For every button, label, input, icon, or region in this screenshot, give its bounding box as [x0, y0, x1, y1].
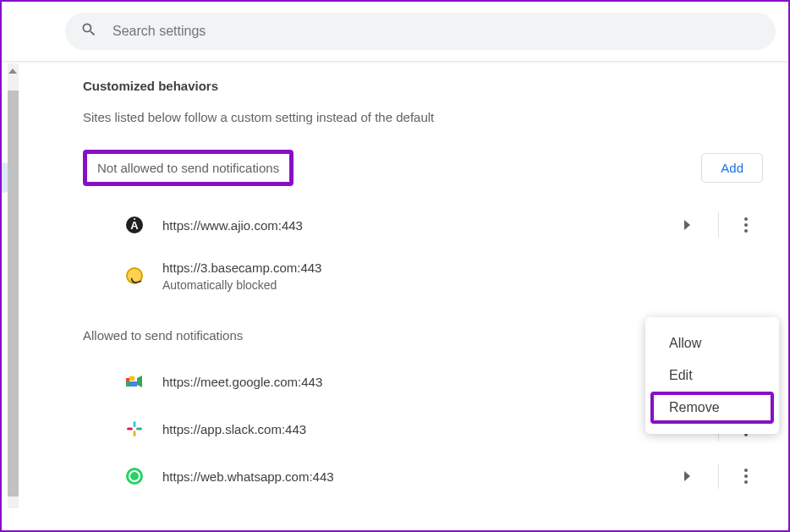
site-url: https://meet.google.com:443 [162, 375, 666, 389]
svg-rect-3 [134, 431, 136, 436]
site-row[interactable]: A https://www.ajio.com:443 [83, 201, 763, 249]
page-body: Customized behaviors Sites listed below … [2, 62, 788, 532]
chevron-right-icon [684, 220, 690, 230]
add-blocked-site-button[interactable]: Add [701, 153, 763, 183]
site-url: https://www.ajio.com:443 [162, 218, 666, 233]
search-container[interactable] [65, 13, 776, 50]
site-more-actions-button[interactable] [729, 469, 763, 484]
settings-content: Customized behaviors Sites listed below … [24, 62, 788, 532]
site-favicon-ajio-icon: A [125, 216, 144, 234]
more-vert-icon [744, 217, 748, 233]
site-row[interactable]: https://web.whatsapp.com:443 [83, 452, 763, 500]
site-favicon-whatsapp-icon [125, 467, 144, 485]
search-input[interactable] [112, 24, 760, 39]
site-favicon-slack-icon [125, 420, 144, 438]
svg-rect-1 [134, 421, 136, 427]
site-text: https://app.slack.com:443 [162, 422, 666, 436]
chevron-right-icon [684, 471, 690, 481]
svg-rect-4 [127, 428, 133, 431]
site-url: https://3.basecamp.com:443 [162, 261, 666, 275]
menu-item-allow[interactable]: Allow [645, 327, 779, 359]
top-bar [2, 2, 788, 62]
menu-item-edit[interactable]: Edit [645, 359, 779, 392]
site-favicon-basecamp-icon [125, 266, 144, 285]
more-vert-icon [744, 469, 748, 484]
site-details-arrow[interactable] [666, 220, 708, 230]
row-actions [666, 452, 763, 500]
site-details-arrow[interactable] [666, 471, 708, 481]
site-actions-menu: Allow Edit Remove [645, 317, 779, 434]
blocked-group-label: Not allowed to send notifications [83, 150, 294, 186]
svg-rect-2 [136, 428, 142, 431]
blocked-group-header: Not allowed to send notifications Add [83, 150, 763, 186]
search-icon [80, 21, 97, 41]
menu-item-remove[interactable]: Remove [650, 392, 774, 424]
scrollbar-track[interactable] [8, 63, 19, 508]
row-actions [666, 201, 763, 249]
site-more-actions-button[interactable] [729, 217, 763, 233]
scrollbar-gutter [2, 62, 24, 532]
scroll-up-arrow-icon[interactable] [8, 69, 17, 74]
site-text: https://web.whatsapp.com:443 [162, 469, 666, 484]
site-text: https://meet.google.com:443 [162, 375, 666, 389]
site-url: https://web.whatsapp.com:443 [162, 469, 666, 484]
site-text: https://www.ajio.com:443 [162, 218, 666, 233]
scrollbar-thumb[interactable] [8, 90, 19, 496]
separator [718, 463, 719, 489]
section-subtitle: Sites listed below follow a custom setti… [83, 110, 763, 124]
section-title: Customized behaviors [83, 79, 763, 93]
site-text: https://3.basecamp.com:443 Automatically… [162, 261, 666, 292]
site-row[interactable]: https://3.basecamp.com:443 Automatically… [83, 249, 763, 303]
site-url: https://app.slack.com:443 [162, 422, 666, 436]
site-favicon-meet-icon [125, 372, 144, 391]
separator [718, 212, 719, 238]
site-note: Automatically blocked [162, 278, 666, 292]
